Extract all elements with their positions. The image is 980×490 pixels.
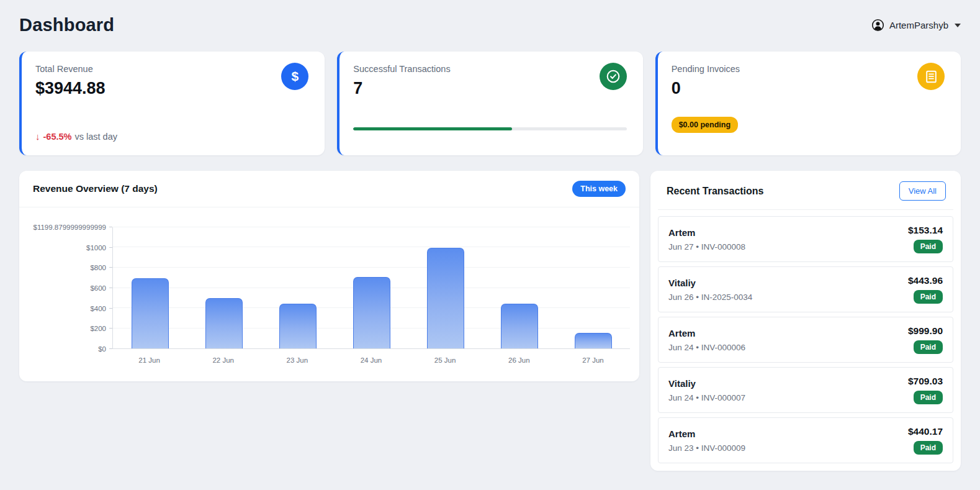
- revenue-chart-card: Revenue Overview (7 days) This week $0$2…: [19, 171, 639, 381]
- transaction-row[interactable]: Artem Jun 27 • INV-000008 $153.14 Paid: [658, 216, 953, 262]
- main-row: Revenue Overview (7 days) This week $0$2…: [19, 171, 961, 471]
- top-bar: Dashboard ArtemParshyb: [19, 15, 961, 35]
- revenue-bar: [132, 278, 169, 348]
- transaction-row[interactable]: Artem Jun 24 • INV-000006 $999.90 Paid: [658, 317, 953, 363]
- stat-card-successful-transactions: Successful Transactions 7: [337, 52, 642, 155]
- transaction-meta: Jun 24 • INV-000006: [668, 343, 745, 352]
- x-axis-label: 25 Jun: [408, 356, 482, 364]
- bar-slot: [335, 227, 408, 348]
- plot-area: [112, 227, 630, 349]
- paid-status-badge: Paid: [914, 441, 943, 455]
- revenue-bar: [427, 248, 464, 349]
- y-axis: $0$200$400$600$800$1000$1199.87999999999…: [19, 227, 112, 349]
- transaction-row[interactable]: Vitaliy Jun 24 • INV-000007 $709.03 Paid: [658, 367, 953, 413]
- transaction-amount: $440.17: [908, 426, 943, 437]
- transactions-panel: Recent Transactions View All Artem Jun 2…: [650, 171, 961, 471]
- y-axis-tick-label: $1199.8799999999999: [34, 224, 106, 231]
- transaction-amount-block: $709.03 Paid: [908, 376, 943, 404]
- stat-card-pending-invoices: Pending Invoices 0 $0.00 pending: [655, 52, 961, 155]
- stat-value: 0: [672, 79, 681, 98]
- progress-fill: [353, 127, 511, 130]
- y-axis-tick-label: $200: [90, 325, 106, 332]
- bar-slot: [187, 227, 261, 348]
- revenue-bar: [575, 333, 612, 348]
- bar-slot: [556, 227, 630, 348]
- transaction-amount-block: $153.14 Paid: [908, 225, 943, 253]
- transaction-info: Artem Jun 23 • INV-000009: [668, 429, 745, 453]
- y-axis-tick-label: $400: [90, 305, 106, 312]
- trend-indicator: ↓ -65.5% vs last day: [35, 131, 308, 142]
- paid-status-badge: Paid: [914, 290, 943, 304]
- y-axis-tick-label: $600: [90, 284, 106, 292]
- revenue-bar: [279, 304, 317, 348]
- transactions-list: Artem Jun 27 • INV-000008 $153.14 Paid V…: [658, 216, 953, 463]
- user-name: ArtemParshyb: [889, 20, 948, 30]
- revenue-bar: [501, 304, 538, 348]
- trend-value: -65.5%: [43, 132, 72, 142]
- bar-slot: [113, 227, 187, 348]
- transaction-info: Artem Jun 27 • INV-000008: [668, 227, 745, 252]
- stat-label: Total Revenue: [35, 64, 93, 74]
- stat-label: Successful Transactions: [353, 64, 450, 74]
- stat-value: 7: [353, 79, 362, 98]
- x-axis-label: 22 Jun: [186, 356, 260, 364]
- arrow-down-icon: ↓: [35, 131, 40, 142]
- transaction-amount: $153.14: [908, 225, 943, 236]
- user-menu[interactable]: ArtemParshyb: [871, 19, 961, 32]
- revenue-bar: [353, 277, 390, 348]
- transaction-meta: Jun 26 • IN-2025-0034: [668, 293, 752, 302]
- customer-name: Vitaliy: [668, 278, 752, 288]
- transaction-meta: Jun 27 • INV-000008: [668, 242, 745, 252]
- view-all-button[interactable]: View All: [899, 181, 946, 201]
- trend-suffix: vs last day: [74, 132, 117, 142]
- customer-name: Vitaliy: [668, 378, 745, 389]
- transaction-amount-block: $443.96 Paid: [908, 275, 943, 304]
- bar-slot: [482, 227, 556, 348]
- chart-header: Revenue Overview (7 days) This week: [19, 171, 639, 207]
- transaction-info: Vitaliy Jun 24 • INV-000007: [668, 378, 745, 402]
- x-axis-label: 26 Jun: [482, 356, 556, 364]
- dashboard-page: Dashboard ArtemParshyb Total Revenue $39…: [0, 0, 980, 486]
- stat-card-total-revenue: Total Revenue $3944.88 ↓ -65.5% vs last …: [19, 52, 325, 155]
- bar-slot: [408, 227, 482, 348]
- stat-value: $3944.88: [35, 79, 106, 98]
- page-title: Dashboard: [19, 15, 114, 35]
- dollar-icon: $: [281, 63, 308, 90]
- transaction-amount-block: $999.90 Paid: [908, 325, 943, 354]
- check-circle-icon: [600, 63, 627, 90]
- stat-label: Pending Invoices: [672, 64, 740, 74]
- y-axis-tick-label: $800: [90, 264, 106, 271]
- transactions-header: Recent Transactions View All: [658, 171, 953, 210]
- x-axis: 21 Jun22 Jun23 Jun24 Jun25 Jun26 Jun27 J…: [112, 349, 630, 370]
- customer-name: Artem: [668, 328, 745, 338]
- transaction-amount-block: $440.17 Paid: [908, 426, 943, 455]
- revenue-bar-chart: $0$200$400$600$800$1000$1199.87999999999…: [19, 219, 639, 373]
- this-week-badge[interactable]: This week: [572, 181, 626, 197]
- customer-name: Artem: [668, 429, 745, 439]
- transaction-row[interactable]: Vitaliy Jun 26 • IN-2025-0034 $443.96 Pa…: [658, 266, 953, 312]
- paid-status-badge: Paid: [914, 340, 943, 354]
- transaction-amount: $443.96: [908, 275, 943, 286]
- stats-row: Total Revenue $3944.88 ↓ -65.5% vs last …: [19, 52, 961, 155]
- transaction-amount: $709.03: [908, 376, 943, 387]
- transaction-row[interactable]: Artem Jun 23 • INV-000009 $440.17 Paid: [658, 417, 953, 463]
- bar-slot: [261, 227, 335, 348]
- customer-name: Artem: [668, 227, 745, 238]
- transaction-meta: Jun 23 • INV-000009: [668, 443, 745, 453]
- transaction-meta: Jun 24 • INV-000007: [668, 393, 745, 402]
- chart-title: Revenue Overview (7 days): [33, 183, 158, 194]
- transactions-title: Recent Transactions: [667, 186, 764, 197]
- transaction-info: Vitaliy Jun 26 • IN-2025-0034: [668, 278, 752, 302]
- pending-amount-badge: $0.00 pending: [672, 117, 738, 133]
- transaction-amount: $999.90: [908, 325, 943, 337]
- user-avatar-icon: [871, 19, 884, 32]
- x-axis-label: 23 Jun: [260, 356, 334, 364]
- paid-status-badge: Paid: [914, 391, 943, 404]
- x-axis-label: 27 Jun: [556, 356, 630, 364]
- transaction-info: Artem Jun 24 • INV-000006: [668, 328, 745, 352]
- chevron-down-icon: [955, 24, 961, 27]
- x-axis-label: 24 Jun: [334, 356, 408, 364]
- revenue-bar: [205, 298, 243, 348]
- y-axis-tick-label: $1000: [86, 244, 106, 252]
- transactions-progress-bar: [353, 127, 626, 130]
